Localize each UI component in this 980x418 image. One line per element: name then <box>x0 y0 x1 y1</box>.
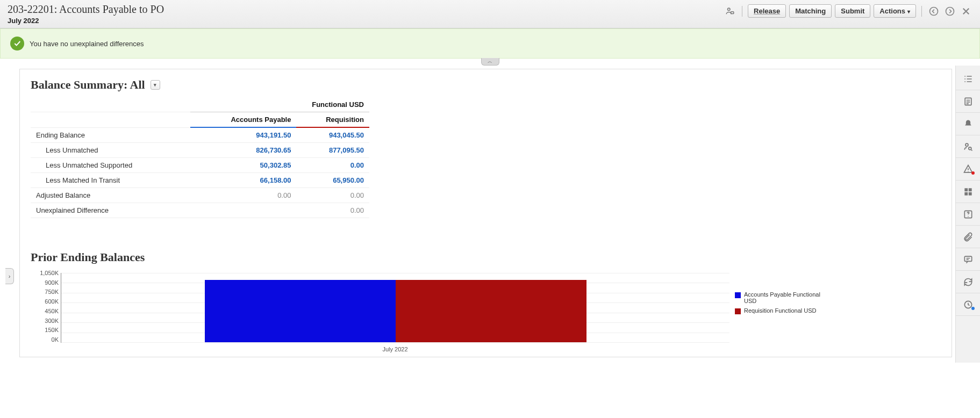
rail-clock-icon[interactable] <box>956 293 980 316</box>
alert-badge <box>971 171 975 175</box>
prev-icon[interactable] <box>927 5 940 18</box>
col-header-accounts-payable: Accounts Payable <box>190 112 296 128</box>
row-value-requisition: 0.00 <box>296 188 369 203</box>
rail-refresh-icon[interactable] <box>956 271 980 293</box>
row-label: Adjusted Balance <box>31 188 190 203</box>
status-message: You have no unexplained differences <box>30 40 144 48</box>
next-icon[interactable] <box>943 5 956 18</box>
chart-plot-area <box>61 273 729 343</box>
svg-rect-10 <box>968 192 971 195</box>
row-value-requisition[interactable]: 943,045.50 <box>296 127 369 143</box>
balance-summary-table: Functional USD Accounts Payable Requisit… <box>31 97 369 218</box>
prior-ending-balances-title: Prior Ending Balances <box>31 250 941 264</box>
row-value-accounts-payable[interactable]: 826,730.65 <box>190 143 296 158</box>
svg-point-0 <box>728 8 731 11</box>
y-tick-label: 750K <box>31 289 59 295</box>
svg-point-2 <box>930 7 938 15</box>
y-tick-label: 450K <box>31 308 59 314</box>
page-period: July 2022 <box>8 17 164 25</box>
y-tick-label: 0K <box>31 336 59 343</box>
separator <box>742 6 742 17</box>
actions-button[interactable]: Actions▾ <box>874 4 916 18</box>
legend-label: Accounts Payable Functional USD <box>744 291 821 304</box>
row-value-accounts-payable[interactable]: 50,302.85 <box>190 158 296 173</box>
table-row: Adjusted Balance0.000.00 <box>31 188 369 203</box>
balance-summary-title: Balance Summary: All ▾ <box>31 78 941 92</box>
matching-button[interactable]: Matching <box>789 4 832 18</box>
chart-bar[interactable] <box>396 280 586 342</box>
table-row: Ending Balance943,191.50943,045.50 <box>31 127 369 143</box>
table-super-header: Functional USD <box>190 97 369 112</box>
rail-grid-icon[interactable] <box>956 181 980 203</box>
submit-button[interactable]: Submit <box>835 4 870 18</box>
row-value-accounts-payable: 0.00 <box>190 188 296 203</box>
page-header: 203-22201: Accounts Payable to PO July 2… <box>0 0 980 28</box>
legend-item: Accounts Payable Functional USD <box>735 291 821 304</box>
rail-list-icon[interactable] <box>956 68 980 90</box>
expand-right-icon[interactable]: › <box>5 268 14 284</box>
svg-point-6 <box>968 147 971 149</box>
row-label: Unexplained Difference <box>31 203 190 218</box>
chart-bar[interactable] <box>205 280 396 342</box>
legend-swatch <box>735 292 741 298</box>
row-label: Less Unmatched <box>31 143 190 158</box>
rail-help-icon[interactable] <box>956 203 980 226</box>
separator <box>921 6 922 17</box>
y-tick-label: 600K <box>31 298 59 305</box>
row-value-requisition: 0.00 <box>296 203 369 218</box>
chart-y-axis: 1,050K900K750K600K450K300K150K0K <box>31 270 59 343</box>
col-header-requisition: Requisition <box>296 112 369 128</box>
legend-item: Requisition Functional USD <box>735 307 821 314</box>
rail-document-icon[interactable] <box>956 90 980 113</box>
header-left: 203-22201: Accounts Payable to PO July 2… <box>8 3 164 25</box>
header-right: Release Matching Submit Actions▾ <box>724 3 972 18</box>
row-value-requisition[interactable]: 877,095.50 <box>296 143 369 158</box>
table-row: Less Unmatched Supported50,302.850.00 <box>31 158 369 173</box>
table-row: Unexplained Difference0.00 <box>31 203 369 218</box>
legend-swatch <box>735 308 741 314</box>
row-label: Ending Balance <box>31 127 190 143</box>
rail-comment-icon[interactable] <box>956 248 980 271</box>
release-button[interactable]: Release <box>748 4 786 18</box>
y-tick-label: 900K <box>31 279 59 286</box>
collapse-up-icon[interactable]: ︿ <box>481 58 499 66</box>
svg-rect-12 <box>964 256 971 261</box>
row-value-requisition[interactable]: 0.00 <box>296 158 369 173</box>
row-value-accounts-payable[interactable]: 66,158.00 <box>190 173 296 188</box>
legend-label: Requisition Functional USD <box>744 307 817 314</box>
svg-rect-9 <box>964 192 968 195</box>
summary-scope-dropdown[interactable]: ▾ <box>151 80 160 90</box>
close-icon[interactable] <box>960 5 972 18</box>
row-label: Less Matched In Transit <box>31 173 190 188</box>
rail-attachment-icon[interactable] <box>956 226 980 248</box>
user-role-icon[interactable] <box>724 5 736 18</box>
svg-rect-7 <box>964 188 968 191</box>
clock-badge <box>971 307 975 310</box>
table-row: Less Unmatched826,730.65877,095.50 <box>31 143 369 158</box>
chevron-down-icon: ▾ <box>907 9 910 15</box>
page-title: 203-22201: Accounts Payable to PO <box>8 3 164 16</box>
row-value-requisition[interactable]: 65,950.00 <box>296 173 369 188</box>
collapse-handle: ︿ <box>0 58 980 66</box>
svg-point-3 <box>946 7 954 15</box>
y-tick-label: 150K <box>31 327 59 333</box>
svg-point-5 <box>965 143 968 146</box>
rail-alert-icon[interactable] <box>956 158 980 181</box>
status-bar: You have no unexplained differences <box>0 28 980 59</box>
svg-rect-1 <box>731 11 734 13</box>
row-label: Less Unmatched Supported <box>31 158 190 173</box>
svg-rect-8 <box>968 188 971 191</box>
y-tick-label: 300K <box>31 318 59 324</box>
chart-legend: Accounts Payable Functional USDRequisiti… <box>735 270 821 350</box>
chart-x-label: July 2022 <box>61 346 729 352</box>
row-value-accounts-payable[interactable]: 943,191.50 <box>190 127 296 143</box>
y-tick-label: 1,050K <box>31 270 59 276</box>
success-check-icon <box>10 37 24 51</box>
right-rail <box>955 66 980 363</box>
rail-bell-icon[interactable] <box>956 113 980 135</box>
prior-ending-balances-chart: 1,050K900K750K600K450K300K150K0K July 20… <box>31 270 941 350</box>
left-drawer: › <box>0 66 19 363</box>
rail-user-search-icon[interactable] <box>956 135 980 158</box>
row-value-accounts-payable <box>190 203 296 218</box>
table-row: Less Matched In Transit66,158.0065,950.0… <box>31 173 369 188</box>
